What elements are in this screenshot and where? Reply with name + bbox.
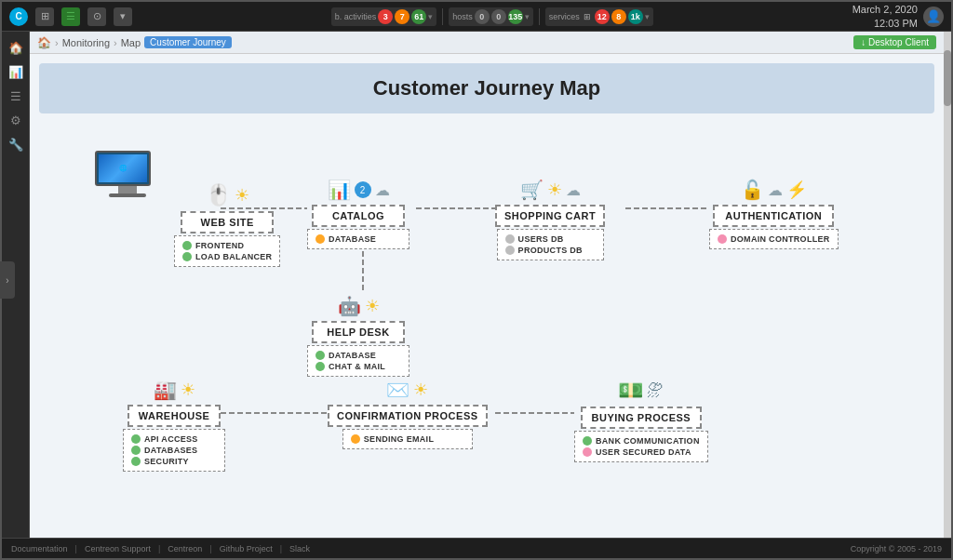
breadcrumb-tag[interactable]: Customer Journey (144, 36, 232, 48)
node-confirmation[interactable]: ✉️ ☀ CONFIRMATION PROCESS SENDING EMAIL (328, 379, 488, 449)
services-badge-1: 12 (595, 9, 610, 24)
main-area: 🏠 📊 ☰ ⚙ 🔧 🏠 › Monitoring › Map Customer … (2, 32, 951, 538)
warehouse-box[interactable]: WAREHOUSE (128, 405, 221, 427)
breadcrumb-sep-2: › (114, 37, 117, 48)
node-buying[interactable]: 💵 ⛈ BUYING PROCESS BANK COMMUNICATION (574, 379, 708, 462)
catalog-icons: 📊 2 ☁ (328, 179, 390, 201)
breadcrumb-bar: 🏠 › Monitoring › Map Customer Journey ↓ … (30, 32, 944, 54)
auth-cloud-icon: ☁ (768, 181, 783, 199)
hosts-badge-1: 0 (475, 9, 490, 24)
services-badge-2: 8 (611, 9, 626, 24)
node-shopping-cart[interactable]: 🛒 ☀ ☁ SHOPPING CART USERS DB (495, 179, 605, 260)
confirmation-items: SENDING EMAIL (342, 429, 473, 449)
buying-item-0[interactable]: BANK COMMUNICATION (583, 435, 700, 447)
node-warehouse[interactable]: 🏭 ☀ WAREHOUSE API ACCESS (123, 379, 225, 472)
cart-icons: 🛒 ☀ ☁ (520, 179, 581, 201)
cart-cloud-icon: ☁ (566, 181, 581, 199)
sidebar-graph-icon[interactable]: 📊 (6, 61, 26, 82)
footer-link-github[interactable]: Github Project (220, 544, 273, 553)
expand-arrow[interactable]: › (0, 261, 15, 299)
node-catalog[interactable]: 📊 2 ☁ CATALOG DATABASE (307, 179, 409, 249)
catalog-item-0-label: DATABASE (329, 234, 376, 244)
activities-badge-3: 61 (411, 9, 426, 24)
buying-items: BANK COMMUNICATION USER SECURED DATA (574, 431, 708, 462)
services-segment: services ⊞ 12 8 1k ▾ (545, 7, 653, 26)
cart-item-1[interactable]: PRODUCTS DB (505, 245, 596, 256)
catalog-box[interactable]: CATALOG (312, 205, 405, 227)
footer-link-centreon[interactable]: Centreon (168, 544, 202, 553)
confirmation-icons: ✉️ ☀ (386, 379, 428, 401)
website-item-0[interactable]: FRONTEND (182, 240, 272, 251)
helpdesk-item-0[interactable]: DATABASE (315, 350, 401, 361)
circle-icon[interactable]: ⊙ (87, 7, 106, 26)
desktop-client-button[interactable]: ↓ Desktop Client (853, 35, 936, 49)
buying-box[interactable]: BUYING PROCESS (581, 407, 702, 429)
sidebar-list-icon[interactable]: ☰ (6, 86, 26, 106)
sidebar-home-icon[interactable]: 🏠 (6, 37, 26, 58)
warehouse-item-2[interactable]: SECURITY (131, 456, 217, 467)
helpdesk-box[interactable]: HELP DESK (312, 321, 405, 343)
node-authentication[interactable]: 🔓 ☁ ⚡ AUTHENTICATION DOMAIN CONTROLLER (709, 179, 839, 249)
footer-links: Documentation | Centreon Support | Centr… (11, 544, 310, 553)
auth-icons: 🔓 ☁ ⚡ (741, 179, 807, 201)
helpdesk-item-1-label: CHAT & MAIL (329, 362, 385, 371)
catalog-cloud-icon: ☁ (375, 181, 390, 199)
buying-dollar-icon: 💵 (618, 379, 643, 403)
activities-segment: b. activities 3 7 61 ▾ (331, 7, 437, 26)
footer-link-docs[interactable]: Documentation (11, 544, 68, 553)
helpdesk-items: DATABASE CHAT & MAIL (307, 345, 409, 377)
catalog-items: DATABASE (307, 229, 409, 249)
activities-badge-2: 7 (395, 9, 409, 24)
warehouse-icons: 🏭 ☀ (154, 379, 195, 401)
warehouse-item-1[interactable]: DATABASES (131, 445, 217, 456)
buying-item-1[interactable]: USER SECURED DATA (583, 447, 700, 458)
warehouse-item-2-label: SECURITY (144, 457, 189, 466)
helpdesk-item-1[interactable]: CHAT & MAIL (315, 361, 401, 372)
footer-link-support[interactable]: Centreon Support (85, 544, 151, 553)
hosts-label: hosts (452, 12, 473, 21)
scrollbar-right[interactable] (944, 32, 951, 538)
sidebar-gear-icon[interactable]: ⚙ (6, 110, 26, 130)
helpdesk-item-0-label: DATABASE (329, 351, 376, 360)
website-item-1-dot (182, 252, 192, 261)
website-item-0-dot (182, 241, 192, 250)
cart-item-1-label: PRODUCTS DB (518, 246, 583, 255)
top-bar-center: b. activities 3 7 61 ▾ hosts 0 0 135 ▾ s… (331, 7, 653, 26)
scroll-thumb[interactable] (944, 50, 951, 106)
user-icon[interactable]: 👤 (923, 7, 944, 27)
top-bar-right: March 2, 202012:03 PM 👤 (852, 3, 944, 30)
node-computer: 🌐 (95, 151, 160, 202)
dropdown-icon[interactable]: ▾ (114, 7, 132, 26)
buying-item-0-label: BANK COMMUNICATION (596, 436, 700, 446)
shopping-cart-title: SHOPPING CART (504, 210, 596, 221)
website-icons: 🖱️ ☀ (206, 183, 249, 207)
website-item-1[interactable]: LOAD BALANCER (182, 251, 272, 262)
auth-item-0[interactable]: DOMAIN CONTROLLER (718, 233, 830, 245)
status-icon[interactable]: ☰ (61, 7, 80, 26)
warehouse-item-0[interactable]: API ACCESS (131, 433, 217, 445)
activities-dropdown[interactable]: ▾ (428, 12, 433, 21)
journey-map: 🌐 🖱️ ☀ WEB SITE (39, 132, 849, 523)
map-container[interactable]: Customer Journey Map (30, 54, 944, 538)
poller-icon[interactable]: ⊞ (35, 7, 54, 26)
website-items: FRONTEND LOAD BALANCER (174, 235, 280, 267)
catalog-item-0-dot (315, 234, 325, 244)
shopping-cart-box[interactable]: SHOPPING CART (495, 205, 605, 227)
website-box[interactable]: WEB SITE (181, 211, 274, 233)
cart-item-0[interactable]: USERS DB (505, 233, 596, 245)
footer-link-slack[interactable]: Slack (289, 544, 310, 553)
confirmation-item-0[interactable]: SENDING EMAIL (351, 433, 464, 445)
confirmation-box[interactable]: CONFIRMATION PROCESS (328, 405, 488, 427)
auth-box[interactable]: AUTHENTICATION (713, 205, 834, 227)
buying-item-1-dot (583, 447, 592, 457)
services-badge-3: 1k (628, 9, 643, 24)
catalog-item-0[interactable]: DATABASE (315, 233, 401, 245)
node-website[interactable]: 🖱️ ☀ WEB SITE FRONTEND (174, 183, 280, 267)
breadcrumb-home-icon: 🏠 (37, 36, 51, 49)
node-help-desk[interactable]: 🤖 ☀ HELP DESK DATABASE (307, 295, 409, 377)
catalog-barcode-icon: 📊 (328, 179, 351, 201)
sidebar-wrench-icon[interactable]: 🔧 (6, 134, 26, 154)
hosts-dropdown[interactable]: ▾ (525, 12, 530, 21)
helpdesk-item-1-dot (315, 362, 325, 371)
services-dropdown[interactable]: ▾ (645, 12, 650, 21)
